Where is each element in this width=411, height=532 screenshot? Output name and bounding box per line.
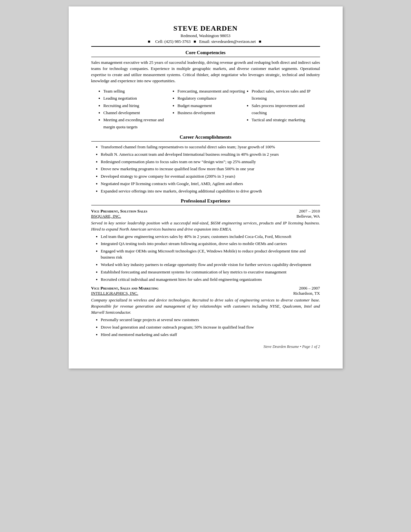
competencies-col-1: Team selling Leading negotiation Recruit… (98, 88, 172, 131)
list-item: Worked with key industry partners to enl… (101, 262, 320, 268)
competencies-col-3: Product sales, services sales and IP lic… (246, 88, 320, 131)
list-item: Drove lead generation and customer outre… (101, 324, 320, 330)
list-item: Redesigned compensation plans to focus s… (101, 159, 320, 165)
candidate-address: Redmond, Washington 98053 (91, 33, 320, 38)
list-item: Recruited critical individual and manage… (101, 277, 320, 283)
core-competencies-section: Core Competencies Sales management execu… (91, 50, 320, 131)
job-2: Vice President, Sales and Marketing 2006… (91, 286, 320, 338)
job-1-title: Vice President, Solution Sales (91, 209, 148, 214)
job-1: Vice President, Solution Sales 2007 – 20… (91, 209, 320, 283)
email-info: Email: stevedearden@verizon.net (199, 39, 256, 44)
list-item: Rebuilt N. America account team and deve… (101, 152, 320, 158)
header: STEVE DEARDEN Redmond, Washington 98053 … (91, 24, 320, 44)
list-item: Personally secured large projects at sev… (101, 317, 320, 323)
competencies-col-2: Forecasting, measurement and reporting R… (172, 88, 246, 131)
list-item: Channel development (103, 109, 172, 116)
job-2-dates: 2006 – 2007 (299, 286, 320, 291)
job-1-description: Served in key senior leadership position… (91, 220, 320, 232)
candidate-contact: ■ Cell: (425) 985-3763 ■ Email: stevedea… (91, 39, 320, 44)
job-2-description: Company specialized in wireless and devi… (91, 297, 320, 316)
separator: ■ (194, 39, 197, 44)
job-2-title: Vice President, Sales and Marketing (91, 286, 159, 291)
section-divider (91, 205, 320, 205)
list-item: Regulatory compliance (178, 95, 246, 102)
bullet-left: ■ (148, 39, 150, 44)
list-item: Leading negotiation (103, 95, 172, 102)
job-1-header: Vice President, Solution Sales 2007 – 20… (91, 209, 320, 214)
competencies-list-3: Product sales, services sales and IP lic… (246, 88, 320, 123)
list-item: Tactical and strategic marketing (252, 116, 320, 123)
competencies-list-1: Team selling Leading negotiation Recruit… (98, 88, 172, 131)
career-accomplishments-section: Career Accomplishments Transformed chann… (91, 134, 320, 194)
job-1-location: Bellevue, WA (297, 214, 320, 219)
header-divider (91, 46, 320, 47)
section-divider (91, 141, 320, 142)
professional-experience-title: Professional Experience (91, 198, 320, 204)
competencies-grid: Team selling Leading negotiation Recruit… (98, 88, 320, 131)
list-item: Sales process improvement and coaching (252, 102, 320, 116)
page-footer: Steve Dearden Resume • Page 1 of 2 (91, 344, 320, 349)
list-item: Transformed channel from failing represe… (101, 144, 320, 150)
section-divider (91, 57, 320, 57)
job-1-bullets: Led team that grew engineering services … (91, 234, 320, 283)
list-item: Recruiting and hiring (103, 102, 172, 109)
list-item: Expanded service offerings into new mark… (101, 188, 320, 194)
job-1-company: BSQUARE, INC. (91, 214, 121, 219)
list-item: Team selling (103, 88, 172, 95)
list-item: Engaged with major OEMs using Microsoft … (101, 248, 320, 261)
job-2-company-row: INTELLIGRAPHICS, INC. Richardson, TX (91, 291, 320, 296)
job-2-location: Richardson, TX (293, 291, 320, 296)
list-item: Business development (178, 109, 246, 116)
list-item: Forecasting, measurement and reporting (178, 88, 246, 95)
career-accomplishments-title: Career Accomplishments (91, 134, 320, 140)
list-item: Negotiated major IP licensing contracts … (101, 181, 320, 187)
job-2-bullets: Personally secured large projects at sev… (91, 317, 320, 338)
job-1-company-row: BSQUARE, INC. Bellevue, WA (91, 214, 320, 219)
summary-text: Sales management executive with 25 years… (91, 60, 320, 84)
accomplishments-list: Transformed channel from failing represe… (91, 144, 320, 194)
list-item: Integrated QA testing tools into product… (101, 241, 320, 247)
professional-experience-section: Professional Experience Vice President, … (91, 198, 320, 338)
list-item: Meeting and exceeding revenue and margin… (103, 116, 172, 131)
resume-page: STEVE DEARDEN Redmond, Washington 98053 … (69, 6, 343, 369)
core-competencies-title: Core Competencies (91, 50, 320, 55)
list-item: Drove new marketing programs to increase… (101, 166, 320, 172)
cell-info: Cell: (425) 985-3763 (155, 39, 191, 44)
list-item: Budget management (178, 102, 246, 109)
list-item: Led team that grew engineering services … (101, 234, 320, 240)
list-item: Product sales, services sales and IP lic… (252, 88, 320, 102)
job-2-header: Vice President, Sales and Marketing 2006… (91, 286, 320, 291)
competencies-list-2: Forecasting, measurement and reporting R… (172, 88, 246, 116)
list-item: Established forecasting and measurement … (101, 269, 320, 275)
candidate-name: STEVE DEARDEN (91, 24, 320, 33)
job-2-company: INTELLIGRAPHICS, INC. (91, 291, 138, 296)
job-1-dates: 2007 – 2010 (299, 209, 320, 214)
list-item: Hired and mentored marketing and sales s… (101, 332, 320, 338)
list-item: Developed strategy to grow company for e… (101, 173, 320, 180)
